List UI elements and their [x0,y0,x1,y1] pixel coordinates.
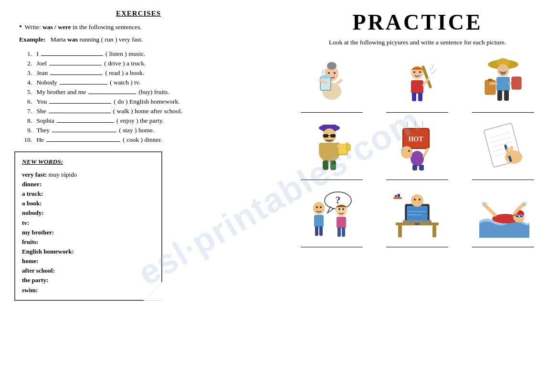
blank-8 [57,122,114,123]
blank-4 [60,84,107,85]
svg-rect-71 [398,225,402,237]
svg-rect-61 [314,215,324,227]
svg-point-66 [342,208,344,210]
picture-cell-1 [291,54,372,113]
svg-point-10 [419,71,421,73]
svg-rect-37 [330,160,336,170]
word-home: home: [22,256,155,266]
svg-point-78 [411,194,423,207]
svg-rect-21 [488,79,493,81]
picture-cell-8 [377,189,458,247]
picture-box-9 [472,189,534,239]
svg-text:?: ? [335,194,340,206]
blank-3 [50,74,103,75]
picture-box-7: ? [301,189,363,239]
blank-9 [52,132,116,132]
svg-rect-67 [337,217,346,228]
svg-rect-34 [347,144,350,151]
answer-line-7 [301,243,363,247]
svg-rect-69 [342,227,345,237]
picture-box-1 [301,54,363,104]
pictures-grid: HOT [286,54,548,247]
illustration-4 [305,121,358,171]
practice-title: PRACTICE [286,10,548,35]
illustration-9 [477,190,529,238]
svg-point-65 [338,208,340,210]
svg-rect-68 [337,227,341,237]
word-book: a book: [22,199,155,208]
picture-box-6 [472,121,534,171]
blank-6 [49,103,111,104]
exercise-item-10: 10. He ( cook ) dinner. [21,136,263,144]
exercise-item-9: 9. They ( stay ) home. [21,127,263,134]
svg-point-16 [497,64,509,76]
svg-point-58 [313,202,325,214]
svg-rect-62 [315,226,318,236]
picture-cell-7: ? [291,189,372,247]
exercise-item-3: 3. Jean ( read ) a book. [21,69,263,77]
svg-rect-46 [419,165,424,170]
word-dinner: dinner: [22,180,155,189]
svg-rect-12 [418,93,422,101]
answer-line-6 [472,175,534,180]
svg-point-80 [419,199,421,201]
example-line: Example: Marta was running ( run ) very … [14,36,263,43]
svg-rect-29 [330,134,336,138]
svg-rect-83 [395,195,397,197]
picture-box-2 [386,54,448,104]
picture-cell-3 [463,54,544,113]
blank-1 [41,55,103,56]
word-party: the party: [22,275,155,285]
picture-box-4 [301,121,363,171]
blank-7 [49,113,111,113]
page: EXERCISES • Write: was / were in the fol… [0,0,558,392]
blank-10 [46,141,120,142]
illustration-3 [479,54,527,104]
svg-point-4 [334,72,336,74]
svg-rect-24 [504,90,509,101]
svg-rect-11 [412,93,416,101]
svg-point-40 [411,151,424,166]
svg-rect-84 [398,194,400,197]
svg-point-3 [328,72,330,74]
svg-point-60 [320,206,322,208]
exercise-item-2: 2. Joel ( drive ) a truck. [21,60,263,67]
svg-point-43 [408,150,410,152]
svg-rect-28 [323,134,328,138]
picture-cell-4 [291,121,372,180]
svg-rect-22 [512,77,521,89]
svg-rect-36 [323,160,328,170]
answer-line-4 [301,175,363,180]
answer-line-2 [386,108,448,113]
svg-point-59 [316,206,318,208]
svg-rect-81 [403,220,432,223]
illustration-6 [479,121,527,171]
exercise-item-8: 8. Sophia ( enjoy ) the party. [21,117,263,125]
new-words-box: NEW WORDS: very fast: muy rápido dinner:… [14,151,162,301]
word-nobody: nobody: [22,208,155,218]
svg-point-9 [413,71,415,73]
picture-box-5: HOT [386,121,448,171]
word-homework: English homework: [22,247,155,256]
practice-instruction: Look at the following picyures and write… [286,39,548,46]
svg-point-35 [338,139,347,144]
new-words-title: NEW WORDS: [22,157,155,167]
picture-cell-6 [463,121,544,180]
answer-line-1 [301,108,363,113]
word-swim: swim: [22,286,155,295]
illustration-7: ? [305,190,358,238]
svg-text:HOT: HOT [409,136,424,143]
bullet-icon: • [19,22,22,31]
right-column: PRACTICE Look at the following picyures … [272,5,553,387]
exercise-item-4: 4. Nobody ( watch ) tv. [21,79,263,86]
answer-line-9 [472,243,534,247]
exercise-item-7: 7. She ( walk ) home after school. [21,107,263,115]
svg-rect-32 [319,143,340,155]
svg-rect-63 [319,226,323,236]
illustration-1 [308,55,356,103]
svg-point-44 [401,148,403,151]
svg-rect-74 [407,206,428,220]
picture-cell-5: HOT [377,121,458,180]
word-afterschool: after school: [22,266,155,275]
picture-box-8 [386,189,448,239]
